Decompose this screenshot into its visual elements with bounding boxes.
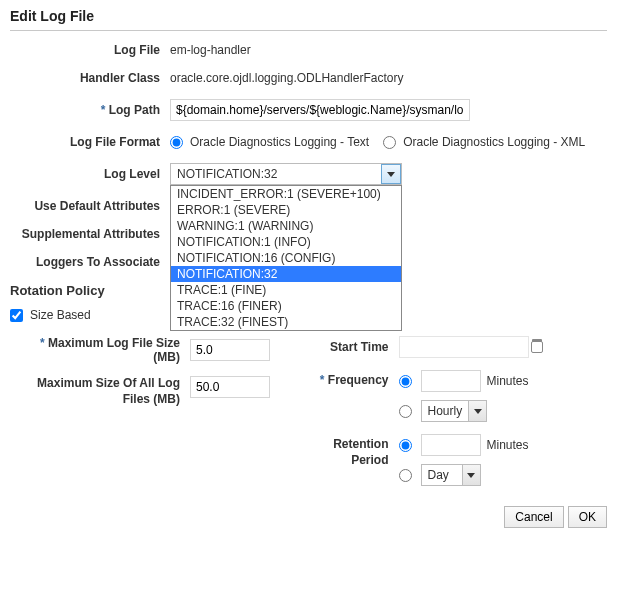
chevron-down-icon: [467, 473, 475, 478]
label-log-path: Log Path: [10, 103, 170, 117]
radio-format-xml[interactable]: Oracle Diagnostics Logging - XML: [383, 135, 585, 149]
frequency-select-text: Hourly: [422, 404, 469, 418]
max-log-file-size-input[interactable]: [190, 339, 270, 361]
radio-frequency-minutes[interactable]: [399, 375, 412, 388]
label-handler-class: Handler Class: [10, 71, 170, 85]
log-level-option[interactable]: NOTIFICATION:1 (INFO): [171, 234, 401, 250]
retention-select[interactable]: Day: [421, 464, 481, 486]
radio-frequency-select[interactable]: [399, 405, 412, 418]
frequency-select-arrow[interactable]: [468, 401, 486, 421]
retention-minutes-unit: Minutes: [487, 438, 529, 452]
radio-format-text-label: Oracle Diagnostics Logging - Text: [190, 135, 369, 149]
log-level-option[interactable]: TRACE:16 (FINER): [171, 298, 401, 314]
value-log-file: em-log-handler: [170, 43, 607, 57]
radio-format-xml-input[interactable]: [383, 136, 396, 149]
chevron-down-icon: [474, 409, 482, 414]
label-max-log-file-size: Maximum Log File Size (MB): [10, 336, 190, 364]
log-level-option[interactable]: NOTIFICATION:16 (CONFIG): [171, 250, 401, 266]
log-level-selected-text: NOTIFICATION:32: [171, 167, 283, 181]
dialog-title: Edit Log File: [10, 8, 607, 24]
frequency-minutes-input[interactable]: [421, 370, 481, 392]
row-log-file: Log File em-log-handler: [10, 43, 607, 57]
row-log-file-format: Log File Format Oracle Diagnostics Loggi…: [10, 135, 607, 149]
retention-select-arrow[interactable]: [462, 465, 480, 485]
row-handler-class: Handler Class oracle.core.ojdl.logging.O…: [10, 71, 607, 85]
chevron-down-icon: [387, 172, 395, 177]
log-level-option[interactable]: INCIDENT_ERROR:1 (SEVERE+100): [171, 186, 401, 202]
label-max-all-log-files: Maximum Size Of All Log Files (MB): [10, 376, 190, 407]
log-level-select[interactable]: NOTIFICATION:32 INCIDENT_ERROR:1 (SEVERE…: [170, 163, 402, 185]
label-loggers-to-associate: Loggers To Associate: [10, 255, 170, 269]
label-supplemental-attributes: Supplemental Attributes: [10, 227, 170, 241]
log-level-option[interactable]: ERROR:1 (SEVERE): [171, 202, 401, 218]
radio-format-text-input[interactable]: [170, 136, 183, 149]
max-all-log-files-input[interactable]: [190, 376, 270, 398]
frequency-minutes-unit: Minutes: [487, 374, 529, 388]
dialog-footer: Cancel OK: [10, 506, 607, 528]
row-log-level: Log Level NOTIFICATION:32 INCIDENT_ERROR…: [10, 163, 607, 185]
ok-button[interactable]: OK: [568, 506, 607, 528]
label-log-level: Log Level: [10, 167, 170, 181]
label-log-file: Log File: [10, 43, 170, 57]
log-level-dropdown-button[interactable]: [381, 164, 401, 184]
divider: [10, 30, 607, 31]
log-level-option[interactable]: TRACE:32 (FINEST): [171, 314, 401, 330]
radio-format-text[interactable]: Oracle Diagnostics Logging - Text: [170, 135, 369, 149]
label-retention-period: Retention Period: [309, 434, 399, 468]
row-log-path: Log Path: [10, 99, 607, 121]
label-frequency: Frequency: [309, 370, 399, 387]
radio-retention-select[interactable]: [399, 469, 412, 482]
radio-format-xml-label: Oracle Diagnostics Logging - XML: [403, 135, 585, 149]
cancel-button[interactable]: Cancel: [504, 506, 563, 528]
value-handler-class: oracle.core.ojdl.logging.ODLHandlerFacto…: [170, 71, 607, 85]
radio-retention-minutes[interactable]: [399, 439, 412, 452]
checkbox-size-based-label: Size Based: [30, 308, 91, 322]
label-use-default-attributes: Use Default Attributes: [10, 199, 170, 213]
retention-minutes-input[interactable]: [421, 434, 481, 456]
start-time-input[interactable]: [399, 336, 529, 358]
rotation-time-based-col: Time Based Start Time Frequency Minutes …: [309, 308, 608, 498]
log-path-input[interactable]: [170, 99, 470, 121]
log-level-option[interactable]: TRACE:1 (FINE): [171, 282, 401, 298]
label-start-time: Start Time: [309, 340, 399, 354]
label-log-file-format: Log File Format: [10, 135, 170, 149]
log-level-option[interactable]: WARNING:1 (WARNING): [171, 218, 401, 234]
calendar-icon[interactable]: [529, 339, 545, 355]
frequency-select[interactable]: Hourly: [421, 400, 488, 422]
log-level-option-selected[interactable]: NOTIFICATION:32: [171, 266, 401, 282]
log-level-dropdown-list[interactable]: INCIDENT_ERROR:1 (SEVERE+100) ERROR:1 (S…: [170, 185, 402, 331]
retention-select-text: Day: [422, 468, 462, 482]
checkbox-size-based-input[interactable]: [10, 309, 23, 322]
